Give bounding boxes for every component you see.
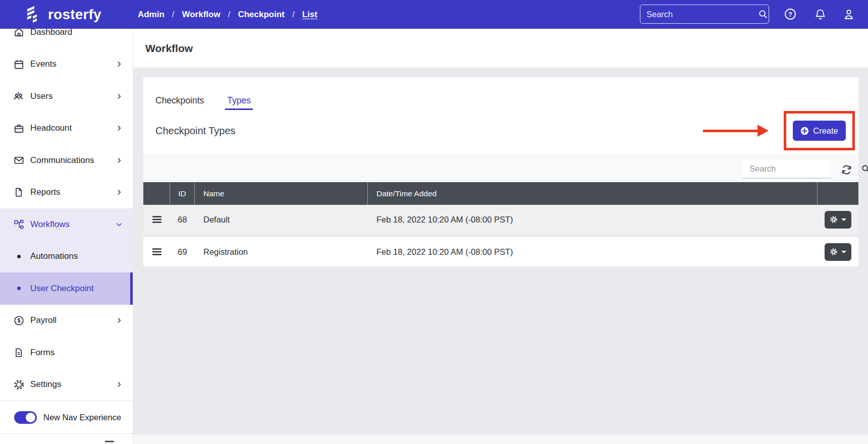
checkpoint-types-table: ID Name Date/Time Added 68 Default Feb 1… <box>143 182 858 266</box>
cell-name: Registration <box>195 247 368 257</box>
caret-down-icon <box>841 251 846 253</box>
new-nav-experience-row: New Nav Experience <box>0 401 133 434</box>
brand-name: rosterfy <box>48 7 101 23</box>
sidebar-item-label: Headcount <box>30 123 72 133</box>
create-button[interactable]: Create <box>793 121 846 141</box>
toggle-label: New Nav Experience <box>43 413 121 422</box>
cell-id: 68 <box>170 215 195 225</box>
sidebar-item-dashboard[interactable]: Dashboard <box>0 29 133 48</box>
calendar-icon <box>13 58 25 70</box>
chevron-right-icon <box>116 189 123 196</box>
cell-name: Default <box>195 215 368 225</box>
home-icon <box>13 29 25 38</box>
briefcase-icon <box>13 122 25 134</box>
global-search-box[interactable] <box>640 5 769 24</box>
sidebar-item-settings[interactable]: Settings <box>0 369 133 401</box>
chevron-right-icon <box>116 317 123 324</box>
create-button-label: Create <box>813 126 838 136</box>
user-account-icon[interactable] <box>840 6 857 23</box>
column-header-name: Name <box>195 182 368 205</box>
sidebar-item-communications[interactable]: Communications <box>0 144 133 177</box>
tab-checkpoints[interactable]: Checkpoints <box>155 95 204 106</box>
svg-text:?: ? <box>788 11 792 18</box>
bell-icon[interactable] <box>811 6 829 23</box>
breadcrumb-list[interactable]: List <box>302 10 317 20</box>
table-search-box[interactable] <box>742 160 831 179</box>
sidebar-item-users[interactable]: Users <box>0 80 133 113</box>
row-actions-button[interactable] <box>825 211 851 229</box>
sidebar-item-workflows[interactable]: Workflows <box>0 208 133 241</box>
tab-types[interactable]: Types <box>227 95 251 106</box>
rosterfy-logo-icon <box>26 6 41 23</box>
search-icon <box>860 163 868 174</box>
sidebar-item-label: Communications <box>30 155 94 165</box>
gear-icon <box>830 248 838 256</box>
breadcrumb-workflow[interactable]: Workflow <box>182 10 221 20</box>
refresh-icon[interactable] <box>840 163 853 176</box>
chevron-right-icon <box>116 381 123 388</box>
cell-date-added: Feb 18, 2022 10:20 AM (-08:00 PST) <box>368 247 818 257</box>
workflow-icon <box>13 218 25 231</box>
sidebar-item-automations[interactable]: Automations <box>0 241 133 273</box>
bullet-icon <box>13 283 25 295</box>
search-icon <box>757 9 769 20</box>
help-icon[interactable]: ? <box>782 6 799 23</box>
sidebar-item-label: Dashboard <box>30 29 72 37</box>
gear-icon <box>830 215 838 224</box>
chevron-right-icon <box>116 157 123 164</box>
page-title: Workflow <box>145 42 193 54</box>
sidebar-item-headcount[interactable]: Headcount <box>0 113 133 145</box>
sidebar-item-label: Events <box>30 59 57 69</box>
column-header-drag <box>143 182 170 205</box>
dollar-circle-icon: $ <box>13 314 25 326</box>
chevron-right-icon <box>116 125 123 132</box>
sidebar-item-user-checkpoint[interactable]: User Checkpoint <box>0 272 133 305</box>
cell-id: 69 <box>170 247 195 257</box>
sidebar-item-label: Users <box>30 91 52 101</box>
drag-handle-icon[interactable] <box>152 248 161 255</box>
page-header: Workflow <box>133 29 868 68</box>
main-content: Workflow Checkpoints Types Checkpoint Ty… <box>133 29 868 444</box>
sidebar-item-events[interactable]: Events <box>0 48 133 81</box>
breadcrumb-separator: / <box>228 10 231 20</box>
column-header-actions <box>818 182 858 205</box>
annotation-arrow <box>703 124 769 139</box>
sidebar-item-label: Settings <box>30 379 61 390</box>
chevron-right-icon <box>116 93 123 100</box>
gear-icon <box>13 378 25 391</box>
sidebar-item-payroll[interactable]: $ Payroll <box>0 305 133 337</box>
table-row: 68 Default Feb 18, 2022 10:20 AM (-08:00… <box>143 205 858 234</box>
tab-bar: Checkpoints Types <box>155 95 251 106</box>
annotation-highlight-box: Create <box>784 111 855 150</box>
column-header-id: ID <box>170 182 195 205</box>
sidebar-item-forms[interactable]: Forms <box>0 337 133 369</box>
sidebar-item-label: Automations <box>30 251 78 261</box>
top-navigation-bar: rosterfy Admin / Workflow / Checkpoint /… <box>0 0 868 29</box>
checkpoint-types-section: Checkpoints Types Checkpoint Types Creat… <box>143 77 858 155</box>
sidebar-item-reports[interactable]: Reports <box>0 177 133 209</box>
rosterfy-logo[interactable]: rosterfy <box>26 6 101 23</box>
collapse-menu-icon[interactable] <box>105 440 114 444</box>
breadcrumb-admin[interactable]: Admin <box>138 10 165 20</box>
cell-date-added: Feb 18, 2022 10:20 AM (-08:00 PST) <box>368 215 818 225</box>
sidebar-navigation: Dashboard Events Users <box>0 29 133 444</box>
sidebar-item-label: Workflows <box>30 219 70 230</box>
row-actions-button[interactable] <box>825 243 851 261</box>
table-toolbar <box>143 155 858 182</box>
breadcrumb-checkpoint[interactable]: Checkpoint <box>238 10 285 20</box>
users-group-icon <box>13 90 25 102</box>
sidebar-item-label: Forms <box>30 348 55 358</box>
column-header-date: Date/Time Added <box>368 182 818 205</box>
page-footer-strip <box>133 434 868 444</box>
breadcrumb: Admin / Workflow / Checkpoint / List <box>138 10 317 20</box>
sidebar-item-label: Reports <box>30 187 61 197</box>
global-search-input[interactable] <box>646 10 757 19</box>
drag-handle-icon[interactable] <box>152 216 161 223</box>
envelope-icon <box>13 154 25 166</box>
table-header-row: ID Name Date/Time Added <box>143 182 858 205</box>
section-title: Checkpoint Types <box>155 125 236 137</box>
form-document-icon <box>13 347 25 359</box>
breadcrumb-separator: / <box>292 10 295 20</box>
document-icon <box>13 186 25 198</box>
new-nav-experience-toggle[interactable] <box>14 411 37 424</box>
